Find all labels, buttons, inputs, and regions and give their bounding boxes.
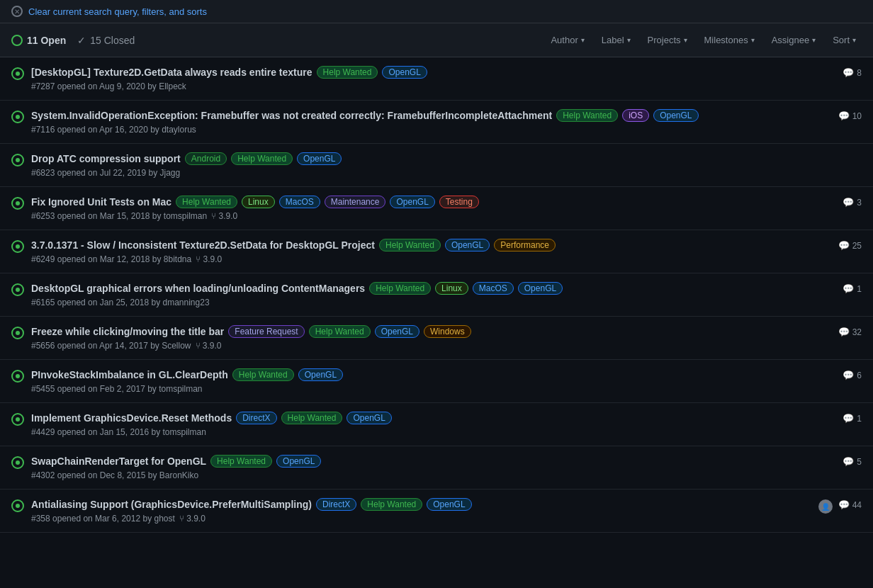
issue-label-windows[interactable]: Windows [424, 325, 471, 338]
issue-label-testing[interactable]: Testing [439, 196, 479, 208]
issue-meta-text: #5656 opened on Apr 14, 2017 by Scellow [31, 341, 191, 351]
issue-label-maintenance[interactable]: Maintenance [325, 196, 386, 208]
check-icon: ✓ [77, 35, 86, 46]
comment-count[interactable]: 💬6 [843, 370, 862, 380]
comment-count[interactable]: 💬1 [843, 413, 862, 424]
issue-title[interactable]: Freeze while clicking/moving the title b… [31, 326, 224, 337]
issue-label-linux[interactable]: Linux [242, 196, 275, 208]
issue-label-opengl[interactable]: OpenGL [347, 412, 391, 424]
issue-label-directx[interactable]: DirectX [236, 412, 276, 424]
issue-label-opengl[interactable]: OpenGL [382, 66, 427, 79]
issue-right: 💬5 [843, 456, 862, 467]
issue-label-help-wanted[interactable]: Help Wanted [317, 66, 378, 79]
comment-number: 10 [852, 111, 862, 121]
open-count[interactable]: 11 Open [11, 35, 66, 46]
issue-title[interactable]: PInvokeStackImbalance in GL.ClearDepth [31, 369, 228, 380]
table-row: PInvokeStackImbalance in GL.ClearDepthHe… [0, 360, 873, 403]
issue-right: 💬1 [843, 283, 862, 294]
issue-label-directx[interactable]: DirectX [316, 498, 356, 511]
issue-title[interactable]: Antialiasing Support (GraphicsDevice.Pre… [31, 499, 312, 510]
issue-title-row: [DesktopGL] Texture2D.GetData always rea… [31, 66, 835, 79]
issue-label-help-wanted[interactable]: Help Wanted [361, 498, 422, 511]
issue-label-opengl[interactable]: OpenGL [653, 109, 698, 122]
close-icon[interactable]: ✕ [11, 6, 23, 17]
comment-icon: 💬 [843, 413, 854, 424]
issue-label-help-wanted[interactable]: Help Wanted [379, 239, 441, 251]
comment-icon: 💬 [838, 240, 850, 251]
milestones-filter[interactable]: Milestones ▾ [699, 32, 760, 48]
issue-title[interactable]: System.InvalidOperationException: Frameb… [31, 110, 552, 121]
issue-meta: #6253 opened on Mar 15, 2018 by tomspilm… [31, 211, 835, 221]
issue-label-help-wanted[interactable]: Help Wanted [281, 412, 343, 424]
issue-label-help-wanted[interactable]: Help Wanted [210, 455, 272, 468]
author-filter[interactable]: Author ▾ [545, 32, 590, 48]
issue-meta-text: #358 opened on Mar 6, 2012 by ghost [31, 514, 175, 524]
issue-title[interactable]: 3.7.0.1371 - Slow / Inconsistent Texture… [31, 239, 375, 251]
table-row: SwapChainRenderTarget for OpenGLHelp Wan… [0, 446, 873, 490]
comment-count[interactable]: 💬5 [843, 456, 862, 467]
issue-title[interactable]: [DesktopGL] Texture2D.GetData always rea… [31, 67, 312, 78]
issue-title-row: PInvokeStackImbalance in GL.ClearDepthHe… [31, 368, 835, 381]
clear-search-text[interactable]: Clear current search query, filters, and… [28, 6, 207, 17]
issue-label-opengl[interactable]: OpenGL [390, 196, 434, 208]
issue-label-linux[interactable]: Linux [435, 282, 468, 295]
issue-label-ios[interactable]: iOS [622, 109, 649, 122]
issue-meta: #7116 opened on Apr 16, 2020 by dtayloru… [31, 125, 831, 135]
comment-count[interactable]: 💬10 [838, 111, 862, 121]
issue-title[interactable]: DesktopGL graphical errors when loading/… [31, 283, 365, 294]
comment-count[interactable]: 💬3 [843, 197, 862, 208]
issues-header-left: 11 Open ✓ 15 Closed [11, 35, 135, 46]
issue-label-opengl[interactable]: OpenGL [375, 325, 419, 338]
comment-count[interactable]: 💬25 [838, 240, 862, 251]
issue-label-opengl[interactable]: OpenGL [427, 498, 471, 511]
issue-label-android[interactable]: Android [185, 152, 227, 165]
issue-label-performance[interactable]: Performance [494, 239, 556, 251]
issues-header-right: Author ▾ Label ▾ Projects ▾ Milestones ▾… [545, 32, 862, 48]
issue-right: 💬8 [843, 67, 862, 78]
issue-label-opengl[interactable]: OpenGL [276, 455, 321, 468]
issue-label-opengl[interactable]: OpenGL [445, 239, 490, 251]
issue-label-help-wanted[interactable]: Help Wanted [231, 152, 293, 165]
issue-open-icon [11, 197, 24, 210]
issue-label-help-wanted[interactable]: Help Wanted [176, 196, 237, 208]
issue-title[interactable]: Drop ATC compression support [31, 153, 181, 164]
issue-label-opengl[interactable]: OpenGL [297, 152, 342, 165]
sort-filter[interactable]: Sort ▾ [827, 32, 862, 48]
issue-title[interactable]: Fix Ignored Unit Tests on Mac [31, 196, 171, 208]
label-filter[interactable]: Label ▾ [596, 32, 636, 48]
issue-title-row: SwapChainRenderTarget for OpenGLHelp Wan… [31, 455, 835, 468]
comment-number: 3 [857, 198, 862, 208]
comment-icon: 💬 [843, 370, 854, 380]
issue-title[interactable]: Implement GraphicsDevice.Reset Methods [31, 412, 232, 424]
issue-label-help-wanted[interactable]: Help Wanted [369, 282, 431, 295]
issue-title-row: Implement GraphicsDevice.Reset MethodsDi… [31, 412, 835, 424]
issue-open-icon [11, 67, 24, 80]
issue-label-feature-request[interactable]: Feature Request [228, 325, 304, 338]
closed-count-label: 15 Closed [90, 35, 135, 46]
comment-count[interactable]: 💬1 [843, 283, 862, 294]
avatar: 👤 [818, 499, 833, 514]
issue-meta: #358 opened on Mar 6, 2012 by ghost⑂ 3.9… [31, 514, 811, 524]
issue-label-help-wanted[interactable]: Help Wanted [556, 109, 618, 122]
assignee-filter[interactable]: Assignee ▾ [766, 32, 821, 48]
comment-count[interactable]: 💬8 [843, 67, 862, 78]
issue-label-opengl[interactable]: OpenGL [298, 368, 343, 381]
comment-count[interactable]: 💬44 [838, 499, 862, 510]
closed-count[interactable]: ✓ 15 Closed [77, 35, 135, 46]
branch-badge: ⑂ 3.9.0 [179, 514, 205, 524]
issue-meta-text: #5455 opened on Feb 2, 2017 by tomspilma… [31, 384, 203, 394]
issue-label-help-wanted[interactable]: Help Wanted [232, 368, 294, 381]
comment-number: 1 [857, 414, 862, 424]
issue-label-opengl[interactable]: OpenGL [518, 282, 563, 295]
issue-label-macos[interactable]: MacOS [473, 282, 514, 295]
projects-filter[interactable]: Projects ▾ [642, 32, 693, 48]
table-row: Fix Ignored Unit Tests on MacHelp Wanted… [0, 187, 873, 230]
issue-label-help-wanted[interactable]: Help Wanted [309, 325, 371, 338]
comment-count[interactable]: 💬32 [838, 327, 862, 337]
issue-open-icon [11, 370, 24, 383]
issue-label-macos[interactable]: MacOS [279, 196, 320, 208]
issue-open-icon [11, 240, 24, 253]
sort-caret: ▾ [852, 36, 856, 44]
issue-title[interactable]: SwapChainRenderTarget for OpenGL [31, 456, 206, 467]
issue-meta-text: #6253 opened on Mar 15, 2018 by tomspilm… [31, 211, 207, 221]
